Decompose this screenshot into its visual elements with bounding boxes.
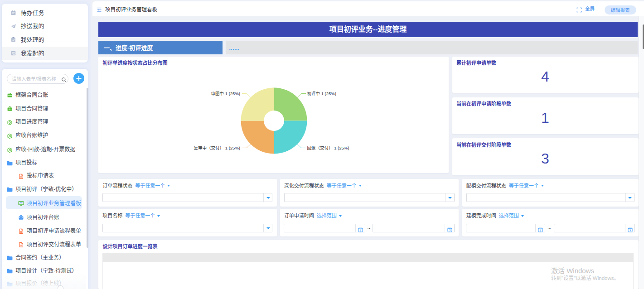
svg-text:复审中（交付） 1 (25%): 复审中（交付） 1 (25%)	[194, 145, 240, 150]
svg-text:审图中 1 (25%): 审图中 1 (25%)	[211, 91, 240, 96]
svg-text:回退（交付） 1 (25%): 回退（交付） 1 (25%)	[307, 145, 349, 150]
svg-text:初评中 1 (25%): 初评中 1 (25%)	[307, 91, 336, 96]
